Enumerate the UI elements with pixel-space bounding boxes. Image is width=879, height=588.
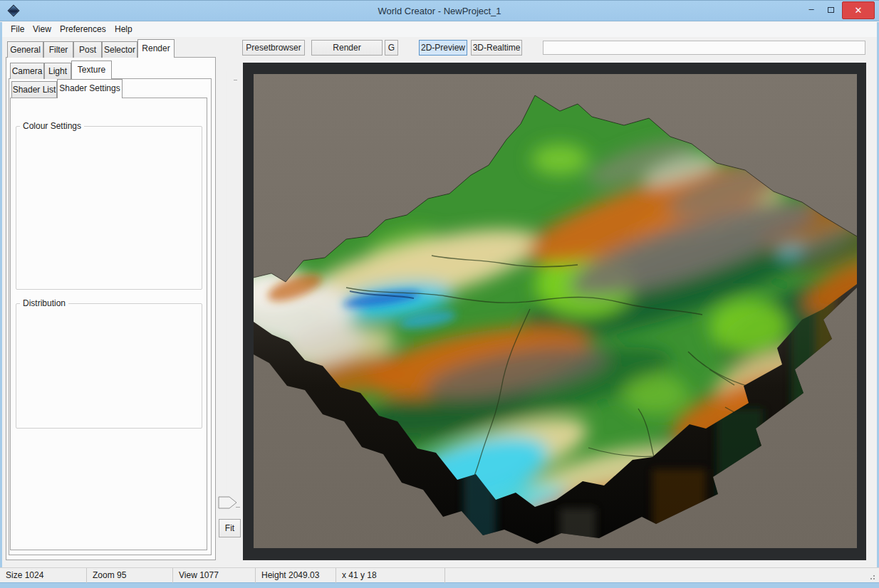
tab-filter[interactable]: Filter bbox=[43, 41, 73, 58]
tab-selector[interactable]: Selector bbox=[102, 41, 137, 58]
render-button[interactable]: Render bbox=[311, 40, 383, 56]
colour-settings-title: Colour Settings bbox=[20, 121, 84, 131]
g-button[interactable]: G bbox=[385, 40, 398, 56]
status-view: View 1077 bbox=[173, 568, 256, 583]
menu-help[interactable]: Help bbox=[115, 22, 132, 37]
resize-grip[interactable] bbox=[868, 573, 875, 580]
maximize-icon bbox=[828, 7, 834, 13]
viewport-zoom-tick-top bbox=[234, 80, 237, 80]
distribution-group bbox=[16, 303, 202, 429]
presetbrowser-button[interactable]: Presetbrowser bbox=[242, 40, 305, 56]
distribution-title: Distribution bbox=[20, 298, 68, 308]
tab-light[interactable]: Light bbox=[44, 63, 71, 79]
tab-shader-list[interactable]: Shader List bbox=[11, 81, 57, 98]
status-cursor: x 41 y 18 bbox=[336, 568, 445, 583]
tab-camera[interactable]: Camera bbox=[10, 63, 44, 79]
status-size: Size 1024 bbox=[0, 568, 87, 583]
close-button[interactable]: ✕ bbox=[842, 1, 875, 19]
minimize-button[interactable]: – bbox=[802, 1, 821, 19]
window-title: World Creator - NewProject_1 bbox=[0, 1, 879, 22]
status-height: Height 2049.03 bbox=[256, 568, 336, 583]
window-border-left bbox=[0, 22, 2, 582]
status-zoom: Zoom 95 bbox=[87, 568, 173, 583]
maximize-button[interactable] bbox=[821, 1, 840, 19]
menu-preferences[interactable]: Preferences bbox=[60, 22, 106, 37]
preview-2d-button[interactable]: 2D-Preview bbox=[419, 40, 467, 56]
fit-button[interactable]: Fit bbox=[219, 519, 241, 537]
progress-bar bbox=[543, 41, 865, 55]
terrain-render[interactable] bbox=[254, 74, 857, 548]
tab-render[interactable]: Render bbox=[137, 39, 175, 58]
viewport-zoom-slider-thumb[interactable] bbox=[218, 496, 238, 509]
menubar: File View Preferences Help bbox=[2, 22, 877, 37]
tab-shader-settings[interactable]: Shader Settings bbox=[57, 79, 123, 98]
tab-texture[interactable]: Texture bbox=[71, 61, 112, 79]
window-border-bottom bbox=[0, 582, 879, 588]
titlebar[interactable]: World Creator - NewProject_1 – ✕ bbox=[0, 0, 879, 21]
tab-general[interactable]: General bbox=[7, 41, 43, 58]
statusbar: Size 1024 Zoom 95 View 1077 Height 2049.… bbox=[0, 567, 879, 582]
tab-post[interactable]: Post bbox=[73, 41, 102, 58]
menu-file[interactable]: File bbox=[11, 22, 24, 37]
viewport-zoom-tick-bottom bbox=[236, 507, 240, 508]
menu-view[interactable]: View bbox=[33, 22, 51, 37]
colour-settings-group bbox=[16, 126, 202, 290]
realtime-3d-button[interactable]: 3D-Realtime bbox=[471, 40, 522, 56]
viewport-zoom-slider[interactable] bbox=[227, 71, 227, 493]
